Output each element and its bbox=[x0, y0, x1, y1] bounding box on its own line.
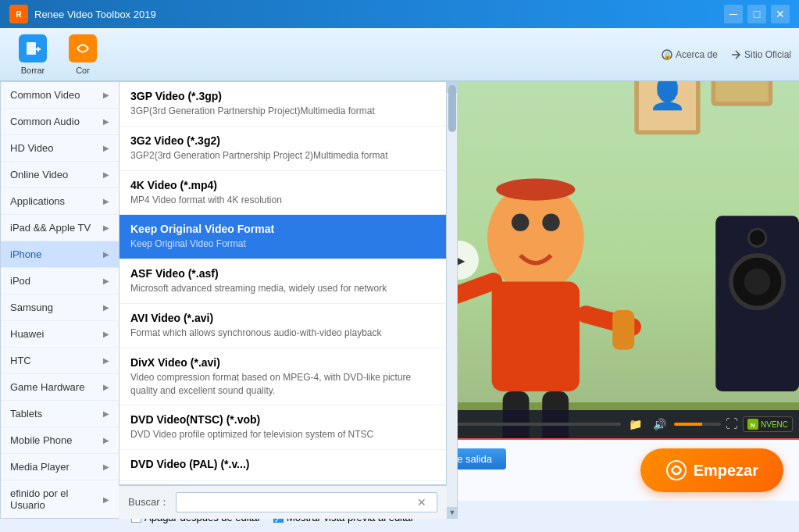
nvenc-badge: N NVENC bbox=[743, 416, 793, 432]
nvenc-label: NVENC bbox=[761, 420, 788, 429]
minimize-button[interactable]: ─ bbox=[724, 5, 743, 23]
cat-label: iPad && Apple TV bbox=[10, 222, 91, 234]
volume-icon: 🔊 bbox=[650, 416, 669, 432]
cat-label: Game Hardware bbox=[10, 381, 84, 393]
category-media-player[interactable]: Media Player ▶ bbox=[1, 454, 119, 480]
format-name: DVD Video (PAL) (*.v...) bbox=[130, 458, 435, 470]
arrow-icon: ▶ bbox=[103, 383, 109, 391]
format-asf[interactable]: ASF Video (*.asf) Microsoft advanced str… bbox=[119, 259, 446, 304]
arrow-icon: ▶ bbox=[103, 436, 109, 445]
format-name: Keep Original Video Format bbox=[130, 223, 435, 235]
about-button[interactable]: 🔒 Acerca de bbox=[662, 49, 718, 60]
empezar-label: Empezar bbox=[694, 462, 758, 480]
arrow-icon: ▶ bbox=[103, 197, 109, 205]
category-iphone[interactable]: iPhone ▶ bbox=[1, 241, 119, 268]
category-online-video[interactable]: Online Video ▶ bbox=[1, 162, 119, 188]
format-name: 3GP Video (*.3gp) bbox=[130, 90, 435, 102]
category-tablets[interactable]: Tablets ▶ bbox=[1, 401, 119, 427]
svg-rect-50 bbox=[612, 310, 634, 350]
format-dropdown: Common Video ▶ Common Audio ▶ HD Video ▶… bbox=[0, 81, 555, 519]
volume-slider[interactable] bbox=[674, 423, 721, 426]
svg-point-61 bbox=[667, 461, 686, 480]
format-name: 3G2 Video (*.3g2) bbox=[130, 134, 435, 147]
format-desc: DVD Video profile optimized for televisi… bbox=[130, 428, 435, 441]
format-desc: Microsoft advanced streaming media, wide… bbox=[130, 282, 435, 295]
cat-label: efinido por el Usuario bbox=[10, 487, 103, 511]
category-hd-video[interactable]: HD Video ▶ bbox=[1, 135, 119, 162]
category-game-hardware[interactable]: Game Hardware ▶ bbox=[1, 374, 119, 401]
category-applications[interactable]: Applications ▶ bbox=[1, 188, 119, 215]
search-clear-button[interactable]: ✕ bbox=[417, 496, 426, 509]
category-common-audio[interactable]: Common Audio ▶ bbox=[1, 109, 119, 135]
svg-text:👤: 👤 bbox=[648, 81, 687, 112]
cat-label: Online Video bbox=[10, 169, 68, 180]
search-input[interactable] bbox=[176, 492, 437, 512]
format-desc: Format which allows synchronous audio-wi… bbox=[130, 327, 435, 340]
arrow-icon: ▶ bbox=[103, 91, 109, 99]
format-3g2[interactable]: 3G2 Video (*.3g2) 3GP2(3rd Generation Pa… bbox=[119, 127, 446, 171]
arrow-icon: ▶ bbox=[103, 495, 109, 504]
format-scrollbar[interactable]: ▲ ▼ bbox=[447, 81, 458, 519]
format-name: ASF Video (*.asf) bbox=[130, 267, 435, 280]
scroll-thumb[interactable] bbox=[448, 85, 456, 132]
category-samsung[interactable]: Samsung ▶ bbox=[1, 295, 119, 321]
format-name: DivX Video (*.avi) bbox=[130, 356, 435, 369]
format-dvd-pal[interactable]: DVD Video (PAL) (*.v...) bbox=[119, 450, 446, 481]
format-keep-original[interactable]: Keep Original Video Format Keep Original… bbox=[119, 215, 446, 259]
format-4k[interactable]: 4K Video (*.mp4) MP4 Video format with 4… bbox=[119, 171, 446, 216]
svg-rect-2 bbox=[37, 47, 39, 52]
add-file-icon bbox=[19, 34, 47, 62]
cat-label: Tablets bbox=[10, 408, 42, 420]
arrow-icon: ▶ bbox=[103, 277, 109, 285]
svg-text:N: N bbox=[751, 422, 755, 429]
official-site-button[interactable]: Sitio Oficial bbox=[730, 49, 791, 60]
cat-label: iPhone bbox=[10, 248, 41, 260]
arrow-icon: ▶ bbox=[103, 409, 109, 418]
format-avi[interactable]: AVI Video (*.avi) Format which allows sy… bbox=[119, 304, 446, 348]
toolbar-convert[interactable]: Cor bbox=[58, 30, 108, 80]
arrow-icon: ▶ bbox=[103, 223, 109, 232]
category-common-video[interactable]: Common Video ▶ bbox=[1, 82, 119, 109]
arrow-icon: ▶ bbox=[103, 144, 109, 152]
cat-label: Media Player bbox=[10, 461, 70, 473]
arrow-icon: ▶ bbox=[103, 170, 109, 179]
cat-label: Samsung bbox=[10, 302, 53, 313]
add-file-label: Borrar bbox=[21, 66, 45, 75]
category-user-defined[interactable]: efinido por el Usuario ▶ bbox=[1, 480, 119, 519]
convert-icon bbox=[69, 34, 97, 62]
folder-button[interactable]: 📁 bbox=[626, 416, 645, 432]
empezar-button[interactable]: Empezar bbox=[640, 448, 783, 492]
cat-label: HTC bbox=[10, 355, 31, 366]
arrow-icon: ▶ bbox=[103, 117, 109, 126]
category-htc[interactable]: HTC ▶ bbox=[1, 348, 119, 374]
toolbar: Borrar Cor 🔒 Acerca de Sitio Oficial bbox=[0, 28, 799, 81]
format-divx[interactable]: DivX Video (*.avi) Video compression for… bbox=[119, 348, 446, 406]
format-desc: 3GP2(3rd Generation Partnership Project … bbox=[130, 149, 435, 162]
format-dvd-ntsc[interactable]: DVD Video(NTSC) (*.vob) DVD Video profil… bbox=[119, 405, 446, 450]
format-desc: MP4 Video format with 4K resolution bbox=[130, 194, 435, 207]
category-list: Common Video ▶ Common Audio ▶ HD Video ▶… bbox=[0, 81, 119, 519]
cat-label: Common Audio bbox=[10, 116, 80, 127]
scroll-down-button[interactable]: ▼ bbox=[447, 507, 458, 518]
svg-point-48 bbox=[744, 269, 771, 295]
format-desc: Video compression format based on MPEG-4… bbox=[130, 371, 435, 398]
category-mobile-phone[interactable]: Mobile Phone ▶ bbox=[1, 427, 119, 454]
format-name: 4K Video (*.mp4) bbox=[130, 179, 435, 191]
category-huawei[interactable]: Huawei ▶ bbox=[1, 321, 119, 348]
toolbar-add-file[interactable]: Borrar bbox=[8, 30, 58, 80]
svg-rect-55 bbox=[715, 81, 768, 102]
main-content: Common Video ▶ Common Audio ▶ HD Video ▶… bbox=[0, 81, 799, 438]
about-label: Acerca de bbox=[676, 49, 718, 60]
arrow-icon: ▶ bbox=[103, 303, 109, 312]
svg-text:🔒: 🔒 bbox=[662, 51, 672, 60]
arrow-icon: ▶ bbox=[103, 462, 109, 471]
category-ipod[interactable]: iPod ▶ bbox=[1, 268, 119, 295]
close-button[interactable]: ✕ bbox=[771, 5, 790, 23]
official-site-label: Sitio Oficial bbox=[744, 49, 791, 60]
category-ipad[interactable]: iPad && Apple TV ▶ bbox=[1, 215, 119, 241]
format-desc: 3GP(3rd Generation Partnership Project)M… bbox=[130, 105, 435, 118]
format-name: DVD Video(NTSC) (*.vob) bbox=[130, 413, 435, 426]
fullscreen-button[interactable]: ⛶ bbox=[726, 417, 738, 431]
maximize-button[interactable]: □ bbox=[747, 5, 766, 23]
format-3gp[interactable]: 3GP Video (*.3gp) 3GP(3rd Generation Par… bbox=[119, 82, 446, 127]
